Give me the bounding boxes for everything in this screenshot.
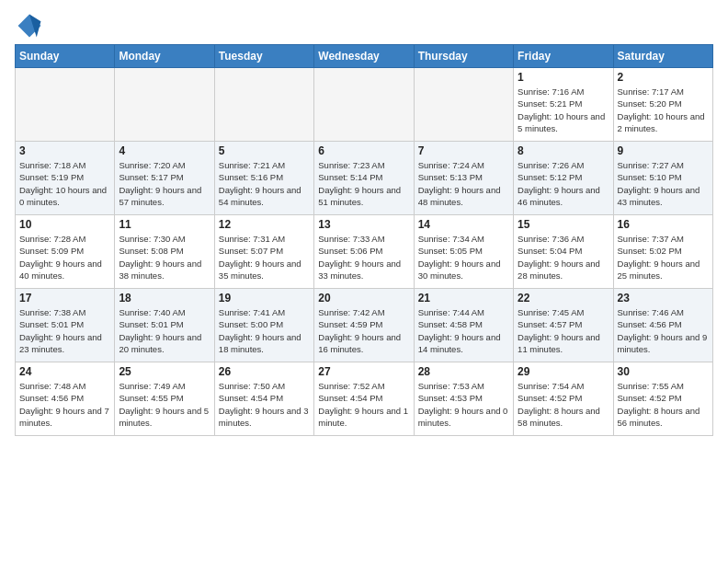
day-cell: 13Sunrise: 7:33 AM Sunset: 5:06 PM Dayli… [314, 215, 414, 289]
day-cell [16, 68, 115, 142]
day-info: Sunrise: 7:17 AM Sunset: 5:20 PM Dayligh… [618, 86, 709, 134]
day-cell: 8Sunrise: 7:26 AM Sunset: 5:12 PM Daylig… [514, 142, 613, 215]
day-number: 2 [618, 71, 709, 84]
day-info: Sunrise: 7:34 AM Sunset: 5:05 PM Dayligh… [418, 233, 509, 282]
day-number: 20 [318, 292, 409, 304]
day-number: 9 [618, 144, 709, 157]
header-top [15, 9, 713, 39]
day-cell: 20Sunrise: 7:42 AM Sunset: 4:59 PM Dayli… [314, 289, 414, 362]
day-info: Sunrise: 7:27 AM Sunset: 5:10 PM Dayligh… [618, 159, 709, 208]
weekday-header-row: SundayMondayTuesdayWednesdayThursdayFrid… [16, 45, 713, 68]
day-number: 21 [418, 292, 509, 304]
day-info: Sunrise: 7:42 AM Sunset: 4:59 PM Dayligh… [318, 306, 409, 355]
day-number: 15 [518, 218, 609, 231]
week-row-2: 10Sunrise: 7:28 AM Sunset: 5:09 PM Dayli… [16, 215, 713, 289]
day-info: Sunrise: 7:50 AM Sunset: 4:54 PM Dayligh… [219, 380, 310, 429]
day-cell: 30Sunrise: 7:55 AM Sunset: 4:52 PM Dayli… [613, 362, 712, 436]
day-number: 8 [518, 144, 609, 157]
day-info: Sunrise: 7:40 AM Sunset: 5:01 PM Dayligh… [119, 306, 210, 355]
day-info: Sunrise: 7:52 AM Sunset: 4:54 PM Dayligh… [318, 380, 409, 429]
weekday-sunday: Sunday [16, 45, 115, 68]
day-cell: 3Sunrise: 7:18 AM Sunset: 5:19 PM Daylig… [16, 142, 115, 215]
day-cell: 10Sunrise: 7:28 AM Sunset: 5:09 PM Dayli… [16, 215, 115, 289]
weekday-monday: Monday [115, 45, 214, 68]
day-info: Sunrise: 7:53 AM Sunset: 4:53 PM Dayligh… [418, 380, 509, 429]
day-number: 11 [119, 218, 210, 231]
week-row-1: 3Sunrise: 7:18 AM Sunset: 5:19 PM Daylig… [16, 142, 713, 215]
day-info: Sunrise: 7:33 AM Sunset: 5:06 PM Dayligh… [318, 233, 409, 282]
day-info: Sunrise: 7:26 AM Sunset: 5:12 PM Dayligh… [518, 159, 609, 208]
day-cell: 6Sunrise: 7:23 AM Sunset: 5:14 PM Daylig… [314, 142, 414, 215]
day-cell: 17Sunrise: 7:38 AM Sunset: 5:01 PM Dayli… [16, 289, 115, 362]
day-number: 13 [318, 218, 409, 231]
day-number: 3 [19, 144, 110, 157]
day-cell: 18Sunrise: 7:40 AM Sunset: 5:01 PM Dayli… [115, 289, 214, 362]
day-info: Sunrise: 7:30 AM Sunset: 5:08 PM Dayligh… [119, 233, 210, 282]
day-info: Sunrise: 7:38 AM Sunset: 5:01 PM Dayligh… [19, 306, 110, 355]
day-info: Sunrise: 7:31 AM Sunset: 5:07 PM Dayligh… [219, 233, 310, 282]
day-number: 10 [19, 218, 110, 231]
day-cell: 16Sunrise: 7:37 AM Sunset: 5:02 PM Dayli… [613, 215, 712, 289]
day-number: 28 [418, 365, 509, 378]
logo [15, 13, 42, 39]
day-info: Sunrise: 7:46 AM Sunset: 4:56 PM Dayligh… [618, 306, 709, 355]
day-cell [314, 68, 414, 142]
day-cell: 29Sunrise: 7:54 AM Sunset: 4:52 PM Dayli… [514, 362, 613, 436]
day-number: 25 [119, 365, 210, 378]
day-cell: 7Sunrise: 7:24 AM Sunset: 5:13 PM Daylig… [414, 142, 513, 215]
day-number: 19 [219, 292, 310, 304]
day-number: 27 [318, 365, 409, 378]
day-info: Sunrise: 7:48 AM Sunset: 4:56 PM Dayligh… [19, 380, 110, 429]
day-info: Sunrise: 7:28 AM Sunset: 5:09 PM Dayligh… [19, 233, 110, 282]
day-info: Sunrise: 7:18 AM Sunset: 5:19 PM Dayligh… [19, 159, 110, 208]
week-row-3: 17Sunrise: 7:38 AM Sunset: 5:01 PM Dayli… [16, 289, 713, 362]
day-cell: 2Sunrise: 7:17 AM Sunset: 5:20 PM Daylig… [613, 68, 712, 142]
day-cell: 26Sunrise: 7:50 AM Sunset: 4:54 PM Dayli… [214, 362, 313, 436]
logo-icon [17, 13, 42, 39]
day-info: Sunrise: 7:41 AM Sunset: 5:00 PM Dayligh… [219, 306, 310, 355]
day-number: 22 [518, 292, 609, 304]
day-cell: 5Sunrise: 7:21 AM Sunset: 5:16 PM Daylig… [214, 142, 313, 215]
day-info: Sunrise: 7:24 AM Sunset: 5:13 PM Dayligh… [418, 159, 509, 208]
week-row-0: 1Sunrise: 7:16 AM Sunset: 5:21 PM Daylig… [16, 68, 713, 142]
day-number: 6 [318, 144, 409, 157]
day-cell: 11Sunrise: 7:30 AM Sunset: 5:08 PM Dayli… [115, 215, 214, 289]
day-cell [115, 68, 214, 142]
day-cell: 15Sunrise: 7:36 AM Sunset: 5:04 PM Dayli… [514, 215, 613, 289]
week-row-4: 24Sunrise: 7:48 AM Sunset: 4:56 PM Dayli… [16, 362, 713, 436]
day-number: 7 [418, 144, 509, 157]
day-info: Sunrise: 7:23 AM Sunset: 5:14 PM Dayligh… [318, 159, 409, 208]
day-info: Sunrise: 7:37 AM Sunset: 5:02 PM Dayligh… [618, 233, 709, 282]
day-number: 30 [618, 365, 709, 378]
day-info: Sunrise: 7:16 AM Sunset: 5:21 PM Dayligh… [518, 86, 609, 134]
weekday-saturday: Saturday [613, 45, 712, 68]
weekday-friday: Friday [514, 45, 613, 68]
day-cell: 4Sunrise: 7:20 AM Sunset: 5:17 PM Daylig… [115, 142, 214, 215]
day-cell [214, 68, 313, 142]
day-info: Sunrise: 7:55 AM Sunset: 4:52 PM Dayligh… [618, 380, 709, 429]
weekday-wednesday: Wednesday [314, 45, 414, 68]
day-info: Sunrise: 7:36 AM Sunset: 5:04 PM Dayligh… [518, 233, 609, 282]
day-cell: 1Sunrise: 7:16 AM Sunset: 5:21 PM Daylig… [514, 68, 613, 142]
day-number: 5 [219, 144, 310, 157]
day-cell: 9Sunrise: 7:27 AM Sunset: 5:10 PM Daylig… [613, 142, 712, 215]
day-number: 29 [518, 365, 609, 378]
day-cell: 24Sunrise: 7:48 AM Sunset: 4:56 PM Dayli… [16, 362, 115, 436]
day-cell: 25Sunrise: 7:49 AM Sunset: 4:55 PM Dayli… [115, 362, 214, 436]
day-cell: 19Sunrise: 7:41 AM Sunset: 5:00 PM Dayli… [214, 289, 313, 362]
day-number: 4 [119, 144, 210, 157]
page: SundayMondayTuesdayWednesdayThursdayFrid… [0, 0, 728, 445]
day-info: Sunrise: 7:45 AM Sunset: 4:57 PM Dayligh… [518, 306, 609, 355]
day-number: 18 [119, 292, 210, 304]
day-info: Sunrise: 7:21 AM Sunset: 5:16 PM Dayligh… [219, 159, 310, 208]
day-number: 12 [219, 218, 310, 231]
day-number: 24 [19, 365, 110, 378]
day-number: 17 [19, 292, 110, 304]
day-cell: 22Sunrise: 7:45 AM Sunset: 4:57 PM Dayli… [514, 289, 613, 362]
day-number: 1 [518, 71, 609, 84]
day-cell: 27Sunrise: 7:52 AM Sunset: 4:54 PM Dayli… [314, 362, 414, 436]
day-cell: 12Sunrise: 7:31 AM Sunset: 5:07 PM Dayli… [214, 215, 313, 289]
day-number: 16 [618, 218, 709, 231]
calendar-table: SundayMondayTuesdayWednesdayThursdayFrid… [15, 44, 713, 436]
day-number: 26 [219, 365, 310, 378]
